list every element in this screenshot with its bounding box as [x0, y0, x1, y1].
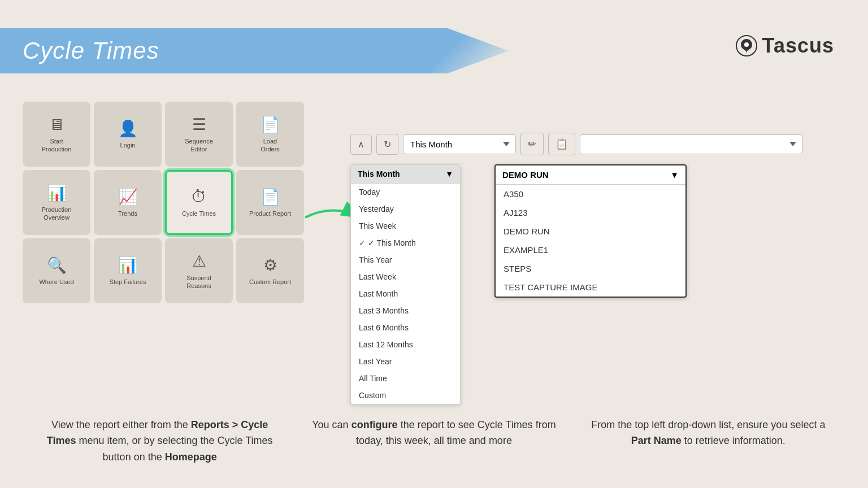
toolbar-row: ∧ ↻ This Month ✏ 📋 [350, 133, 802, 155]
part-dropdown-header: DEMO RUN ▼ [496, 165, 685, 185]
cycle-times-label: Cycle Times [182, 210, 216, 217]
bottom-text-col-2: You can configure the report to see Cycl… [311, 417, 558, 465]
period-dropdown: This Month ▼ TodayYesterdayThis Week✓ Th… [350, 164, 461, 404]
report-panel: ∧ ↻ This Month ✏ 📋 This Month ▼ TodayYes… [350, 133, 802, 404]
part-name-select[interactable] [580, 134, 802, 154]
sequence-editor-icon: ☰ [192, 115, 206, 134]
custom-report-label: Custom Report [249, 278, 291, 286]
step-failures-icon: 📊 [118, 256, 138, 274]
period-option-this-year[interactable]: This Year [351, 251, 460, 268]
login-label: Login [120, 141, 136, 149]
grid-item-login[interactable]: 👤 Login [94, 102, 162, 167]
period-dropdown-header: This Month ▼ [351, 165, 460, 184]
trends-label: Trends [118, 210, 137, 217]
part-option-steps[interactable]: STEPS [496, 259, 685, 278]
step-failures-label: Step Failures [110, 278, 146, 286]
part-option-test-capture-image[interactable]: TEST CAPTURE IMAGE [496, 278, 685, 297]
bottom-text-row: View the report either from the Reports … [0, 417, 868, 465]
custom-report-icon: ⚙ [263, 256, 277, 274]
header-banner: Cycle Times [0, 28, 509, 73]
cycle-times-icon: ⏱ [191, 188, 207, 206]
period-option-last-year[interactable]: Last Year [351, 353, 460, 370]
production-overview-icon: 📊 [47, 184, 67, 202]
grid-item-step-failures[interactable]: 📊 Step Failures [94, 238, 162, 303]
up-button[interactable]: ∧ [350, 134, 372, 155]
grid-item-where-used[interactable]: 🔍 Where Used [23, 238, 90, 303]
logo-area: Tascus [735, 34, 834, 58]
period-option-all-time[interactable]: All Time [351, 370, 460, 387]
grid-item-custom-report[interactable]: ⚙ Custom Report [236, 238, 304, 303]
grid-item-sequence-editor[interactable]: ☰ SequenceEditor [165, 102, 233, 167]
suspend-reasons-icon: ⚠ [192, 252, 206, 271]
part-dropdown: DEMO RUN ▼ A350AJ123DEMO RUNEXAMPLE1STEP… [494, 164, 687, 298]
grid-item-production-overview[interactable]: 📊 ProductionOverview [23, 170, 90, 235]
edit-button[interactable]: ✏ [520, 133, 544, 155]
grid-item-suspend-reasons[interactable]: ⚠ SuspendReasons [165, 238, 233, 303]
period-option-custom[interactable]: Custom [351, 387, 460, 404]
load-orders-icon: 📄 [261, 115, 280, 134]
grid-menu: 🖥 StartProduction 👤 Login ☰ SequenceEdit… [23, 102, 304, 303]
part-option-aj123[interactable]: AJ123 [496, 203, 685, 222]
grid-item-product-report[interactable]: 📄 Product Report [236, 170, 304, 235]
logo-icon [735, 34, 758, 57]
login-icon: 👤 [118, 119, 138, 138]
dropdowns-row: This Month ▼ TodayYesterdayThis Week✓ Th… [350, 164, 802, 404]
page-title: Cycle Times [23, 37, 159, 64]
period-option-today[interactable]: Today [351, 184, 460, 201]
start-production-icon: 🖥 [49, 115, 64, 134]
part-option-example1[interactable]: EXAMPLE1 [496, 241, 685, 259]
refresh-button[interactable]: ↻ [376, 134, 398, 155]
grid-item-start-production[interactable]: 🖥 StartProduction [23, 102, 90, 167]
grid-item-trends[interactable]: 📈 Trends [94, 170, 162, 235]
logo-text: Tascus [762, 34, 834, 58]
period-option-last-week[interactable]: Last Week [351, 268, 460, 285]
bottom-text-col-1: View the report either from the Reports … [36, 417, 283, 465]
copy-button[interactable]: 📋 [548, 133, 575, 155]
where-used-icon: 🔍 [47, 256, 67, 274]
sequence-editor-label: SequenceEditor [185, 137, 213, 154]
period-dropdown-items: TodayYesterdayThis Week✓ This MonthThis … [351, 184, 460, 404]
start-production-label: StartProduction [42, 137, 72, 154]
load-orders-label: LoadOrders [261, 137, 280, 154]
product-report-icon: 📄 [261, 188, 280, 206]
svg-point-1 [744, 42, 749, 47]
period-option-this-month[interactable]: ✓ This Month [351, 234, 460, 251]
period-option-last-month[interactable]: Last Month [351, 285, 460, 302]
period-option-yesterday[interactable]: Yesterday [351, 201, 460, 217]
grid-item-cycle-times[interactable]: ⏱ Cycle Times [165, 170, 233, 235]
period-option-this-week[interactable]: This Week [351, 217, 460, 234]
period-option-last-6-months[interactable]: Last 6 Months [351, 319, 460, 336]
period-option-last-12-months[interactable]: Last 12 Months [351, 336, 460, 353]
suspend-reasons-label: SuspendReasons [186, 274, 211, 290]
production-overview-label: ProductionOverview [42, 206, 72, 222]
period-option-last-3-months[interactable]: Last 3 Months [351, 302, 460, 319]
product-report-label: Product Report [249, 210, 291, 217]
bottom-text-col-3: From the top left drop-down list, ensure… [585, 417, 832, 465]
part-option-demo-run[interactable]: DEMO RUN [496, 222, 685, 241]
part-dropdown-items: A350AJ123DEMO RUNEXAMPLE1STEPSTEST CAPTU… [496, 185, 685, 297]
part-option-a350[interactable]: A350 [496, 185, 685, 203]
trends-icon: 📈 [118, 188, 138, 206]
where-used-label: Where Used [39, 278, 73, 286]
grid-item-load-orders[interactable]: 📄 LoadOrders [236, 102, 304, 167]
period-select[interactable]: This Month [403, 134, 516, 154]
